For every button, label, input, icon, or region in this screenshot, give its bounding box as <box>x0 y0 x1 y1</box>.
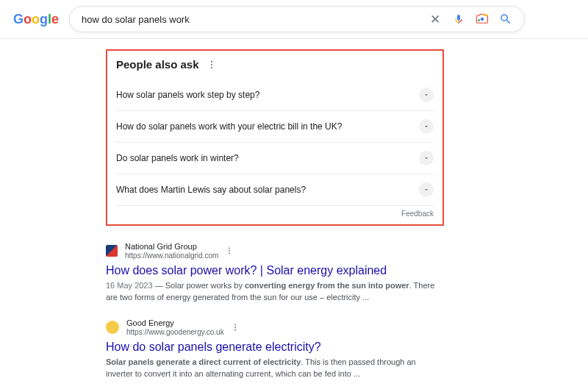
svg-point-4 <box>211 63 212 65</box>
result-date: 16 May 2023 <box>106 281 153 290</box>
result-url: https://www.goodenergy.co.uk <box>126 328 224 337</box>
image-search-icon[interactable] <box>476 13 489 26</box>
svg-point-8 <box>229 253 230 254</box>
site-favicon <box>106 245 118 257</box>
result-source: National Grid Group <box>125 242 218 252</box>
more-options-icon[interactable] <box>207 60 217 70</box>
svg-point-0 <box>481 18 484 21</box>
result-snippet: Solar panels generate a direct current o… <box>106 357 444 380</box>
snippet-highlight: converting energy from the sun into powe… <box>245 281 409 290</box>
result-site-info[interactable]: National Grid Group https://www.national… <box>125 242 218 260</box>
svg-point-5 <box>211 67 212 68</box>
svg-point-9 <box>234 324 236 326</box>
logo-letter: o <box>32 12 40 27</box>
result-header: Good Energy https://www.goodenergy.co.uk <box>106 318 444 336</box>
logo-letter: g <box>40 12 48 27</box>
header: G o o g l e ✕ <box>0 0 588 39</box>
paa-title: People also ask <box>116 58 199 71</box>
separator: — <box>153 281 165 290</box>
paa-question-text: Do solar panels work in winter? <box>116 153 239 163</box>
snippet-highlight: Solar panels generate a direct current o… <box>106 357 301 366</box>
result-options-icon[interactable] <box>224 246 234 256</box>
google-logo[interactable]: G o o g l e <box>13 12 54 27</box>
search-icon[interactable] <box>499 13 512 26</box>
svg-point-11 <box>234 329 236 331</box>
paa-question[interactable]: How do solar panels work with your elect… <box>116 111 434 143</box>
snippet-text: Solar power works by <box>165 281 245 290</box>
result-url: https://www.nationalgrid.com <box>125 252 218 260</box>
svg-point-7 <box>229 250 230 252</box>
svg-point-6 <box>229 248 230 249</box>
result-options-icon[interactable] <box>230 322 240 332</box>
clear-icon[interactable]: ✕ <box>429 13 442 26</box>
feedback-link[interactable]: Feedback <box>116 206 434 221</box>
search-result: National Grid Group https://www.national… <box>106 242 444 304</box>
chevron-down-icon <box>419 88 434 102</box>
result-header: National Grid Group https://www.national… <box>106 242 444 260</box>
result-source: Good Energy <box>126 318 224 328</box>
paa-question-text: What does Martin Lewis say about solar p… <box>116 185 306 195</box>
site-favicon <box>106 321 119 334</box>
result-site-info[interactable]: Good Energy https://www.goodenergy.co.uk <box>126 318 224 336</box>
result-title-link[interactable]: How do solar panels generate electricity… <box>106 341 444 354</box>
chevron-down-icon <box>419 151 434 165</box>
svg-point-2 <box>478 19 480 21</box>
search-results: People also ask How solar panels work st… <box>106 49 444 392</box>
people-also-ask-box: People also ask How solar panels work st… <box>106 49 444 226</box>
svg-point-10 <box>234 327 236 328</box>
search-bar[interactable]: ✕ <box>69 6 525 32</box>
result-title-link[interactable]: How does solar power work? | Solar energ… <box>106 264 444 277</box>
search-bar-icons: ✕ <box>429 13 520 26</box>
paa-question-text: How do solar panels work with your elect… <box>116 121 342 132</box>
logo-letter: G <box>13 12 24 27</box>
svg-rect-1 <box>484 14 487 15</box>
logo-letter: e <box>51 12 59 27</box>
paa-question[interactable]: How solar panels work step by step? <box>116 79 434 111</box>
chevron-down-icon <box>419 119 434 134</box>
paa-question[interactable]: What does Martin Lewis say about solar p… <box>116 174 434 206</box>
paa-question-text: How solar panels work step by step? <box>116 90 259 100</box>
search-input[interactable] <box>82 14 429 25</box>
svg-point-3 <box>211 60 212 62</box>
paa-question[interactable]: Do solar panels work in winter? <box>116 143 434 174</box>
chevron-down-icon <box>419 182 434 197</box>
voice-search-icon[interactable] <box>452 13 465 26</box>
search-result: Good Energy https://www.goodenergy.co.uk… <box>106 318 444 380</box>
result-snippet: 16 May 2023 — Solar power works by conve… <box>106 280 444 304</box>
logo-letter: o <box>24 12 32 27</box>
paa-header: People also ask <box>116 58 434 71</box>
